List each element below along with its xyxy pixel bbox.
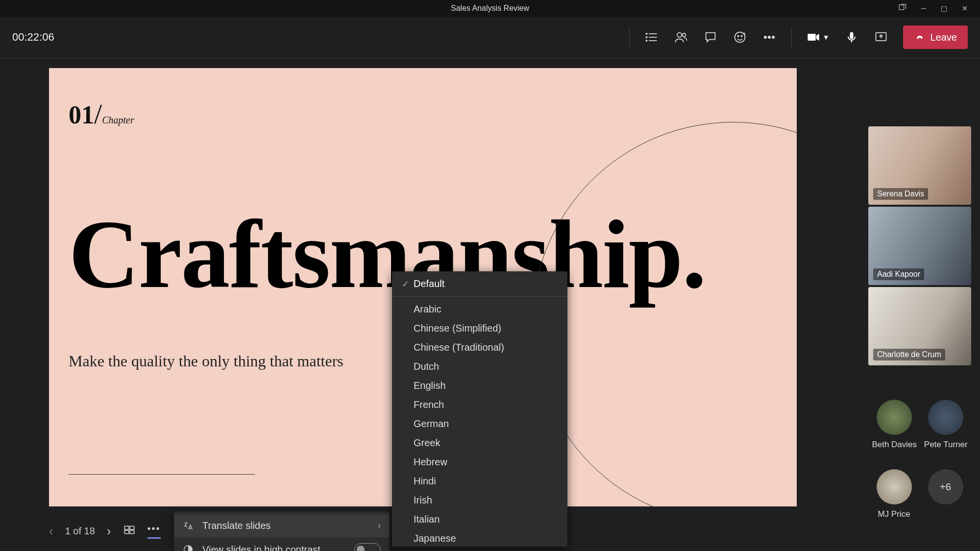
translate-label: Translate slides <box>202 520 270 531</box>
svg-rect-20 <box>124 530 129 534</box>
slide-subtitle: Make the quality the only thing that mat… <box>69 352 343 370</box>
video-tile[interactable]: Aadi Kapoor <box>868 207 971 285</box>
participant-name <box>944 509 947 519</box>
avatar <box>877 469 912 504</box>
svg-point-13 <box>768 36 770 38</box>
audio-participants-row: Beth Davies Pete Turner <box>868 400 971 450</box>
chapter-marker: 01/Chapter <box>69 97 134 130</box>
share-icon[interactable] <box>874 30 888 45</box>
svg-rect-18 <box>124 526 129 529</box>
prev-slide-button[interactable]: ‹ <box>49 524 53 539</box>
camera-toggle[interactable]: ▼ <box>807 30 830 44</box>
slide-options-menu: Translate slides › View slides in high c… <box>174 511 390 551</box>
video-tile[interactable]: Serena Davis <box>868 126 971 205</box>
grid-view-icon[interactable] <box>123 524 136 538</box>
leave-button[interactable]: Leave <box>903 25 968 49</box>
title-bar: Sales Analysis Review ─ ▢ ✕ <box>0 0 980 17</box>
language-item[interactable]: Italian <box>392 510 567 529</box>
window-controls: ─ ▢ ✕ <box>898 0 980 17</box>
page-indicator: 1 of 18 <box>65 526 95 537</box>
video-tile[interactable]: Charlotte de Crum <box>868 287 971 365</box>
participant-name: Serena Davis <box>873 188 928 200</box>
close-button[interactable]: ✕ <box>962 4 968 12</box>
mic-icon[interactable] <box>844 30 859 45</box>
svg-point-12 <box>764 36 766 38</box>
participant-cell[interactable]: MJ Price <box>877 469 912 519</box>
svg-rect-15 <box>850 32 853 39</box>
contrast-icon <box>183 544 196 551</box>
overflow-avatar: +6 <box>928 469 963 504</box>
svg-rect-0 <box>899 5 904 10</box>
more-icon[interactable] <box>762 30 777 45</box>
svg-point-5 <box>646 37 647 38</box>
language-default-label: Default <box>414 278 444 289</box>
participant-name: Aadi Kapoor <box>873 268 924 280</box>
participant-overflow[interactable]: +6 <box>928 469 963 519</box>
language-item[interactable]: Greek <box>392 433 567 453</box>
separator <box>629 27 630 47</box>
language-item[interactable]: German <box>392 414 567 433</box>
svg-rect-19 <box>130 526 134 529</box>
participant-cell[interactable]: Pete Turner <box>924 400 968 450</box>
participant-cell[interactable]: Beth Davies <box>872 400 917 450</box>
svg-point-8 <box>682 33 686 37</box>
high-contrast-item[interactable]: View slides in high contrast <box>174 537 390 551</box>
translate-icon <box>183 521 196 531</box>
audio-participants-row: MJ Price +6 <box>868 469 971 519</box>
people-icon[interactable] <box>674 30 688 45</box>
language-item[interactable]: Dutch <box>392 357 567 376</box>
slide-more-button[interactable]: ••• <box>147 523 161 539</box>
participant-name: Beth Davies <box>872 440 917 450</box>
popout-icon[interactable] <box>898 3 906 14</box>
decorative-circle <box>532 122 797 506</box>
list-icon[interactable] <box>644 30 659 45</box>
svg-point-4 <box>646 33 647 34</box>
language-item[interactable]: Japanese <box>392 529 567 547</box>
meeting-duration: 00:22:06 <box>12 31 54 44</box>
contrast-toggle[interactable] <box>354 543 381 551</box>
avatar <box>877 400 912 435</box>
svg-point-7 <box>677 33 681 37</box>
decorative-rule <box>69 474 255 475</box>
participant-name: Pete Turner <box>924 440 968 450</box>
language-item[interactable]: Hebrew <box>392 453 567 472</box>
separator <box>791 27 792 47</box>
chapter-label: Chapter <box>102 115 134 125</box>
avatar <box>928 400 963 435</box>
language-item[interactable]: Chinese (Simplified) <box>392 319 567 338</box>
language-item[interactable]: French <box>392 395 567 414</box>
language-item[interactable]: English <box>392 376 567 395</box>
chapter-number: 01 <box>69 101 94 129</box>
window-title: Sales Analysis Review <box>451 4 529 13</box>
check-icon: ✓ <box>402 279 414 289</box>
main-area: 01/Chapter Craftsmanship. Make the quali… <box>0 58 980 551</box>
participants-sidebar: Serena Davis Aadi Kapoor Charlotte de Cr… <box>868 126 971 519</box>
chapter-slash: / <box>94 98 102 130</box>
language-item[interactable]: Chinese (Traditional) <box>392 338 567 357</box>
translate-slides-item[interactable]: Translate slides › <box>174 514 390 537</box>
language-item[interactable]: Irish <box>392 491 567 510</box>
svg-point-9 <box>735 32 745 43</box>
minimize-button[interactable]: ─ <box>921 4 926 12</box>
maximize-button[interactable]: ▢ <box>941 4 947 12</box>
language-menu: ✓ Default Arabic Chinese (Simplified) Ch… <box>392 271 567 547</box>
svg-rect-21 <box>130 530 134 534</box>
svg-point-10 <box>737 36 738 37</box>
leave-label: Leave <box>931 32 957 43</box>
language-item[interactable]: Hindi <box>392 472 567 491</box>
svg-point-6 <box>646 40 647 41</box>
next-slide-button[interactable]: › <box>107 524 111 539</box>
language-list[interactable]: Arabic Chinese (Simplified) Chinese (Tra… <box>392 297 567 547</box>
language-item[interactable]: Arabic <box>392 300 567 319</box>
reactions-icon[interactable] <box>733 30 747 45</box>
svg-point-14 <box>772 36 774 38</box>
svg-point-11 <box>741 36 742 37</box>
slide-nav: ‹ 1 of 18 › ••• <box>49 523 161 539</box>
contrast-label: View slides in high contrast <box>202 544 320 551</box>
language-default-item[interactable]: ✓ Default <box>392 271 567 297</box>
chevron-right-icon: › <box>378 521 381 531</box>
chat-icon[interactable] <box>703 30 718 45</box>
participant-name: MJ Price <box>878 509 910 519</box>
participant-name: Charlotte de Crum <box>873 349 945 360</box>
meeting-toolbar: 00:22:06 ▼ Leave <box>0 17 980 58</box>
